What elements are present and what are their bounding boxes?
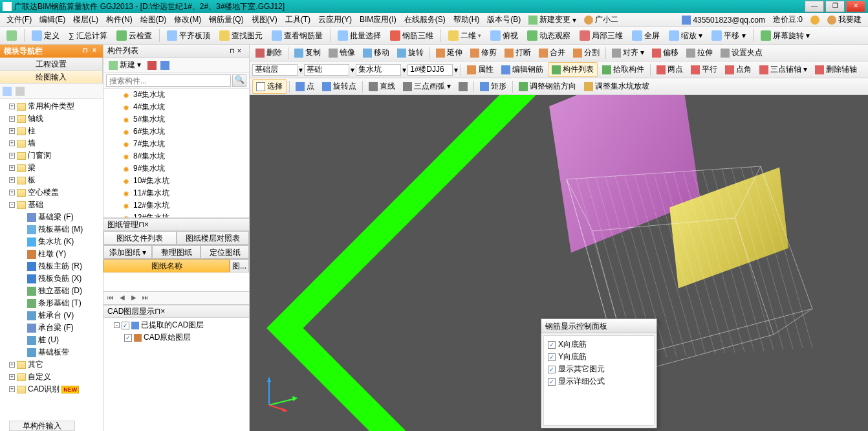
expand-icon[interactable]: + [9, 128, 15, 134]
tb-2d[interactable]: 二维▾ [444, 28, 485, 43]
tab-draw-input[interactable]: 绘图输入 [0, 71, 103, 83]
tb-fullscreen[interactable]: 全屏 [628, 28, 664, 43]
menu-component[interactable]: 构件(N) [102, 13, 136, 27]
tree-leaf[interactable]: 筏板基础 (M) [0, 223, 103, 236]
expand-icon[interactable]: + [9, 116, 15, 122]
btn-locate-drawing[interactable]: 定位图纸 [201, 245, 249, 259]
cad-node-extracted[interactable]: - ✓ 已提取的CAD图层 [103, 319, 249, 331]
vtb-rotate[interactable]: 旋转 [394, 46, 427, 60]
vtb-two-point[interactable]: 两点 [653, 63, 686, 76]
vtb-move[interactable]: 移动 [360, 46, 393, 60]
chk-x-bottom[interactable]: ✓X向底筋 [548, 338, 650, 351]
menu-rebar[interactable]: 钢筋量(Q) [205, 13, 247, 27]
tb-zoom[interactable]: 缩放 ▾ [665, 28, 706, 43]
menu-bim[interactable]: BIM应用(I) [356, 13, 400, 27]
menu-online[interactable]: 在线服务(S) [400, 13, 450, 27]
cad-pin-icon[interactable]: ⊓ [155, 307, 160, 316]
expand-icon[interactable]: + [9, 165, 15, 171]
vtb-delete[interactable]: 删除 [252, 46, 285, 60]
comp-pin-icon[interactable]: ⊓ [230, 47, 237, 55]
comp-copy-icon[interactable] [160, 61, 169, 70]
vtb-extend[interactable]: 延伸 [433, 46, 466, 60]
vtb-pick[interactable]: 拾取构件 [599, 63, 647, 76]
chk-show-other[interactable]: ✓显示其它图元 [548, 363, 650, 375]
tree-node[interactable]: +板 [0, 174, 103, 186]
tree-node[interactable]: +其它 [0, 359, 103, 371]
vtb-rect[interactable]: 矩形 [477, 80, 510, 93]
component-item[interactable]: ✹3#集水坑 [103, 89, 249, 101]
tree-leaf[interactable]: 基础梁 (F) [0, 211, 103, 223]
vtb-grips[interactable]: 设置夹点 [717, 46, 766, 60]
comp-search-button[interactable]: 🔍 [232, 74, 246, 87]
vtb-delete-aux[interactable]: 删除辅轴 [812, 63, 860, 76]
maximize-button[interactable]: ❐ [825, 1, 845, 12]
tree-node[interactable]: +CAD识别NEW [0, 383, 103, 395]
float-panel-title[interactable]: 钢筋显示控制面板 [541, 319, 656, 333]
menu-draw[interactable]: 绘图(D) [136, 13, 171, 27]
cad-tree[interactable]: - ✓ 已提取的CAD图层 ✓ CAD原始图层 [103, 318, 249, 431]
tree-node[interactable]: -基础 [0, 199, 103, 211]
vtb-break[interactable]: 打断 [501, 46, 534, 60]
vtb-angle[interactable]: 点角 [722, 63, 755, 76]
menu-version[interactable]: 版本号(B) [483, 13, 525, 27]
menu-cloud[interactable]: 云应用(Y) [314, 13, 356, 27]
tb-define[interactable]: 定义 [28, 28, 63, 43]
menu-floor[interactable]: 楼层(L) [69, 13, 102, 27]
checkbox-icon[interactable]: ✓ [548, 353, 556, 361]
credits-icon[interactable] [807, 14, 823, 26]
vtb-line[interactable]: 直线 [365, 80, 398, 93]
nav-next-icon[interactable]: ▶ [129, 294, 138, 303]
tb-local-3d[interactable]: 局部三维 [576, 28, 627, 43]
component-item[interactable]: ✹6#集水坑 [103, 126, 249, 138]
vtb-extra1[interactable] [455, 81, 471, 93]
tb-top-view[interactable]: 俯视 [486, 28, 522, 43]
tb-batch-select[interactable]: 批量选择 [334, 28, 385, 43]
login-button[interactable]: 我要建 [823, 13, 865, 27]
checkbox-icon[interactable]: ✓ [124, 334, 132, 342]
comp-search-input[interactable] [106, 74, 231, 87]
component-item[interactable]: ✹13#集水坑 [103, 212, 249, 218]
close-button[interactable]: ✕ [846, 1, 865, 12]
3d-viewport[interactable]: 钢筋显示控制面板 ✓X向底筋 ✓Y向底筋 ✓显示其它图元 ✓显示详细公式 [250, 95, 868, 431]
btn-organize-drawing[interactable]: 整理图纸 [152, 245, 201, 259]
chk-y-bottom[interactable]: ✓Y向底筋 [548, 351, 650, 363]
combo-category[interactable] [304, 64, 349, 76]
tree-leaf[interactable]: 桩 (U) [0, 334, 103, 346]
menu-edit[interactable]: 编辑(E) [36, 13, 69, 27]
checkbox-icon[interactable]: ✓ [122, 322, 129, 329]
tree-node[interactable]: +柱 [0, 125, 103, 137]
vtb-align[interactable]: 对齐 ▾ [609, 46, 647, 60]
tb-rebar-3d[interactable]: 钢筋三维 [386, 28, 437, 43]
nav-last-icon[interactable]: ⏭ [141, 294, 150, 303]
rebar-display-panel[interactable]: 钢筋显示控制面板 ✓X向底筋 ✓Y向底筋 ✓显示其它图元 ✓显示详细公式 [541, 318, 657, 428]
menu-file[interactable]: 文件(F) [3, 13, 36, 27]
component-item[interactable]: ✹9#集水坑 [103, 162, 249, 175]
nav-prev-icon[interactable]: ◀ [118, 294, 127, 303]
nav-pin-icon[interactable]: ⊓ [81, 47, 90, 56]
nav-first-icon[interactable]: ⏮ [106, 294, 115, 303]
vtb-offset[interactable]: 偏移 [649, 46, 682, 60]
comp-delete-icon[interactable] [147, 61, 157, 70]
component-item[interactable]: ✹5#集水坑 [103, 113, 249, 126]
vtb-point[interactable]: 点 [292, 80, 318, 93]
component-item[interactable]: ✹10#集水坑 [103, 175, 249, 187]
chk-show-formula[interactable]: ✓显示详细公式 [548, 375, 650, 388]
tree-expand-icon[interactable] [3, 87, 12, 96]
combo-type[interactable] [356, 64, 401, 76]
vtb-adjust-rebar[interactable]: 调整钢筋方向 [515, 80, 580, 93]
tree-node[interactable]: +常用构件类型 [0, 100, 103, 113]
tab-drawing-files[interactable]: 图纸文件列表 [103, 231, 177, 245]
user-small[interactable]: 广小二 [580, 13, 622, 27]
expand-icon[interactable]: + [9, 362, 15, 368]
cad-node-original[interactable]: ✓ CAD原始图层 [103, 331, 249, 344]
user-email[interactable]: 435501823@qq.com [678, 14, 769, 26]
tab-drawing-floors[interactable]: 图纸楼层对照表 [177, 231, 250, 245]
vtb-adjust-sump[interactable]: 调整集水坑放坡 [581, 80, 653, 93]
drawing-close-icon[interactable]: × [144, 220, 149, 229]
comp-new-button[interactable]: 新建 ▾ [106, 58, 144, 72]
vtb-mirror[interactable]: 镜像 [325, 46, 358, 60]
tb-sum[interactable]: ∑ 汇总计算 [65, 28, 111, 43]
checkbox-icon[interactable]: ✓ [548, 341, 556, 349]
drawing-pin-icon[interactable]: ⊓ [138, 220, 144, 229]
component-item[interactable]: ✹11#集水坑 [103, 187, 249, 199]
